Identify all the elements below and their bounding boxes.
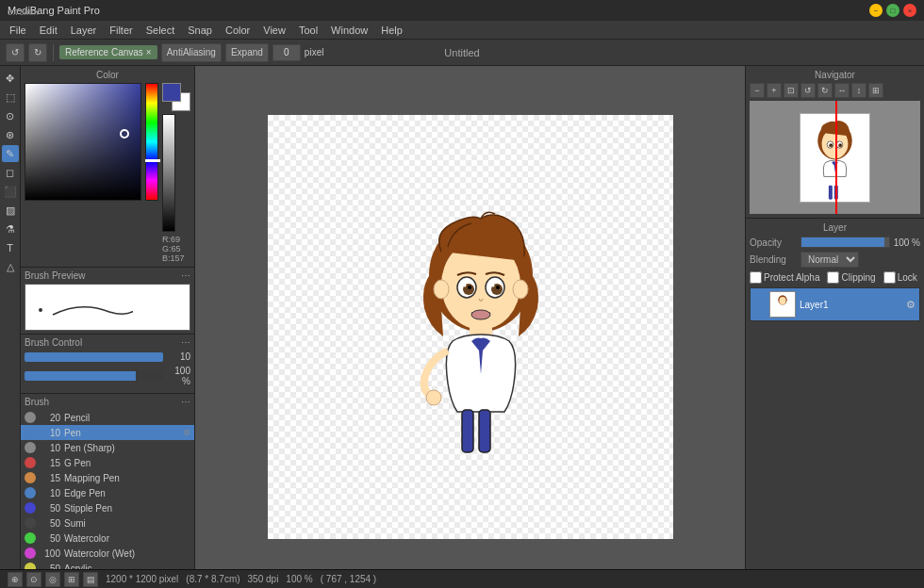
layer-opacity-bar[interactable] bbox=[800, 237, 890, 248]
tool-eyedropper[interactable]: ⚗ bbox=[2, 220, 19, 237]
svg-rect-17 bbox=[479, 410, 490, 452]
lock-checkbox[interactable]: Lock bbox=[883, 271, 917, 284]
status-icon-2[interactable]: ⊙ bbox=[26, 572, 41, 587]
menu-layer[interactable]: Layer bbox=[65, 23, 103, 38]
nav-zoom-in[interactable]: + bbox=[767, 83, 782, 98]
color-gradient-overlay bbox=[25, 84, 140, 200]
brush-size-label: 50 bbox=[40, 503, 60, 514]
menu-snap[interactable]: Snap bbox=[182, 23, 218, 38]
svg-point-13 bbox=[471, 310, 490, 319]
brush-name-label: Sumi bbox=[64, 518, 190, 529]
nav-flip-v[interactable]: ↕ bbox=[851, 83, 866, 98]
tool-gradient[interactable]: ▨ bbox=[2, 202, 19, 219]
layer-item[interactable]: Layer1 ⚙ bbox=[751, 288, 919, 320]
tool-shape[interactable]: △ bbox=[2, 258, 19, 275]
menu-edit[interactable]: Edit bbox=[34, 23, 63, 38]
brush-item-pen-sharp[interactable]: 10 Pen (Sharp) bbox=[21, 440, 194, 455]
color-rgb-values: R:69 G:65 B:157 bbox=[162, 235, 190, 263]
brush-item-watercolor-wet[interactable]: 100 Watercolor (Wet) bbox=[21, 546, 194, 561]
menu-window[interactable]: Window bbox=[325, 23, 373, 38]
brush-list: 20 Pencil 10 Pen ⚙ 10 Pen (Sharp) 15 G P… bbox=[21, 410, 194, 588]
status-icon-5[interactable]: ▤ bbox=[83, 572, 98, 587]
undo-button[interactable]: ↺ bbox=[6, 43, 25, 62]
brush-item-watercolor[interactable]: 50 Watercolor bbox=[21, 531, 194, 546]
nav-rotate-right[interactable]: ↻ bbox=[817, 83, 833, 98]
status-icon-4[interactable]: ⊞ bbox=[64, 572, 79, 587]
menu-view[interactable]: View bbox=[257, 23, 291, 38]
status-icon-1[interactable]: ⊕ bbox=[8, 572, 23, 587]
antialiasing-toggle[interactable]: AntiAliasing bbox=[161, 43, 222, 62]
brush-item-pen[interactable]: 10 Pen ⚙ bbox=[21, 425, 194, 440]
tool-pen selected[interactable]: ✎ bbox=[2, 145, 19, 162]
color-gradient-picker[interactable] bbox=[25, 83, 141, 201]
nav-zoom-out[interactable]: − bbox=[750, 83, 765, 98]
brush-item-stipple-pen[interactable]: 50 Stipple Pen bbox=[21, 500, 194, 515]
canvas-area[interactable] bbox=[195, 66, 745, 588]
menu-color[interactable]: Color bbox=[220, 23, 256, 38]
menu-file[interactable]: File bbox=[4, 23, 32, 38]
layer-thumbnail bbox=[769, 291, 796, 318]
tool-move[interactable]: ✥ bbox=[2, 70, 19, 87]
nav-reset[interactable]: ⊞ bbox=[868, 83, 883, 98]
menu-help[interactable]: Help bbox=[375, 23, 408, 38]
nav-flip-h[interactable]: ↔ bbox=[834, 83, 850, 98]
navigator-preview bbox=[750, 101, 920, 214]
size-slider[interactable] bbox=[25, 352, 163, 362]
opacity-slider[interactable] bbox=[25, 371, 163, 381]
brush-control-section: Brush Control ⋯ 10 100 % bbox=[21, 334, 194, 393]
svg-point-29 bbox=[779, 297, 785, 304]
protect-alpha-checkbox[interactable]: Protect Alpha bbox=[750, 271, 819, 284]
canvas-size: 1200 * 1200 pixel bbox=[106, 574, 178, 584]
brush-item-sumi[interactable]: 50 Sumi bbox=[21, 515, 194, 531]
menu-filter[interactable]: Filter bbox=[104, 23, 138, 38]
close-button[interactable]: × bbox=[903, 4, 916, 17]
brush-color-indicator bbox=[25, 487, 36, 498]
brush-color-indicator bbox=[25, 517, 36, 529]
brush-item-g-pen[interactable]: 15 G Pen bbox=[21, 455, 194, 470]
svg-point-9 bbox=[468, 286, 471, 289]
brush-preview-options[interactable]: ⋯ bbox=[181, 270, 190, 281]
brush-color-indicator bbox=[25, 442, 36, 453]
color-gradient-handle[interactable] bbox=[120, 129, 129, 139]
nav-fit[interactable]: ⊡ bbox=[784, 83, 799, 98]
fg-color-swatch[interactable] bbox=[162, 83, 181, 102]
brush-size-label: 15 bbox=[40, 473, 60, 483]
color-spectrum-slider[interactable] bbox=[145, 83, 158, 201]
brush-item-mapping-pen[interactable]: 15 Mapping Pen bbox=[21, 470, 194, 485]
tool-text[interactable]: T bbox=[2, 239, 19, 256]
nav-rotate-left[interactable]: ↺ bbox=[800, 83, 816, 98]
reference-canvas-tag[interactable]: Reference Canvas × bbox=[59, 45, 157, 59]
expand-value-input[interactable] bbox=[272, 44, 301, 61]
redo-button[interactable]: ↻ bbox=[28, 43, 47, 62]
reference-canvas-close[interactable]: × bbox=[146, 47, 152, 57]
minimize-button[interactable]: − bbox=[869, 4, 883, 17]
layer-settings-button[interactable]: ⚙ bbox=[906, 299, 916, 311]
menu-tool[interactable]: Tool bbox=[293, 23, 323, 38]
brush-size-label: 20 bbox=[40, 413, 60, 423]
layer-visibility-toggle[interactable] bbox=[754, 299, 766, 310]
clipping-checkbox[interactable]: Clipping bbox=[827, 271, 875, 284]
tool-select-magic[interactable]: ⊛ bbox=[2, 126, 19, 143]
brush-control-options[interactable]: ⋯ bbox=[181, 337, 190, 348]
blending-select[interactable]: Normal Multiply Screen bbox=[800, 252, 859, 268]
doc-title: Untitled bbox=[444, 47, 479, 58]
tool-select-rect[interactable]: ⬚ bbox=[2, 89, 19, 106]
layer-opacity-fill bbox=[801, 237, 884, 247]
menu-select[interactable]: Select bbox=[140, 23, 181, 38]
brush-list-label: Brush bbox=[25, 397, 49, 407]
brush-item-pencil[interactable]: 20 Pencil bbox=[21, 410, 194, 425]
tool-fill[interactable]: ⬛ bbox=[2, 183, 19, 200]
tool-select-lasso[interactable]: ⊙ bbox=[2, 107, 19, 124]
brush-item-edge-pen[interactable]: 10 Edge Pen bbox=[21, 485, 194, 500]
tool-eraser[interactable]: ◻ bbox=[2, 164, 19, 181]
brush-list-options[interactable]: ⋯ bbox=[181, 397, 190, 407]
drawing-canvas bbox=[268, 115, 673, 539]
brush-preview-label: Brush Preview bbox=[25, 270, 85, 281]
opacity-strip[interactable] bbox=[162, 114, 175, 232]
brush-name-label: Watercolor (Wet) bbox=[64, 548, 190, 559]
statusbar: ⊕ ⊙ ◎ ⊞ ▤ 1200 * 1200 pixel (8.7 * 8.7cm… bbox=[0, 569, 924, 588]
brush-name-label: G Pen bbox=[64, 458, 190, 468]
status-icon-3[interactable]: ◎ bbox=[45, 572, 60, 587]
maximize-button[interactable]: □ bbox=[886, 4, 899, 17]
brush-settings-icon[interactable]: ⚙ bbox=[183, 428, 190, 437]
